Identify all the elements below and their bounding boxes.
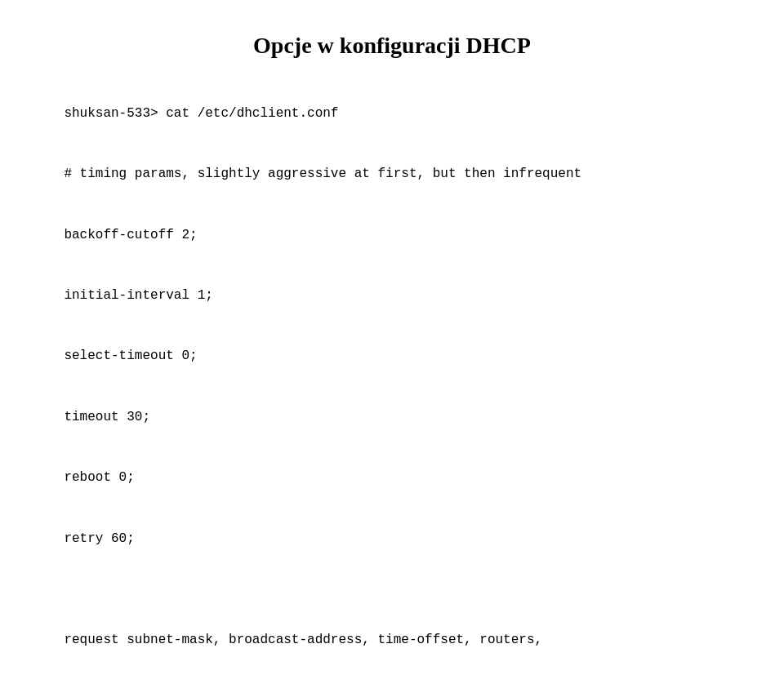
code-line-3: backoff-cutoff 2; xyxy=(64,228,197,242)
code-line-1: shuksan-533> cat /etc/dhclient.conf xyxy=(64,106,338,121)
code-line-7: reboot 0; xyxy=(64,470,134,485)
code-line-4: initial-interval 1; xyxy=(64,288,212,303)
code-line-6: timeout 30; xyxy=(64,410,150,424)
code-block: shuksan-533> cat /etc/dhclient.conf # ti… xyxy=(33,83,751,675)
code-line-5: select-timeout 0; xyxy=(64,349,197,363)
page-container: Opcje w konfiguracji DHCP shuksan-533> c… xyxy=(0,0,784,675)
code-line-9: request subnet-mask, broadcast-address, … xyxy=(64,633,542,647)
code-line-8: retry 60; xyxy=(64,531,134,546)
code-line-2: # timing params, slightly aggressive at … xyxy=(64,167,581,181)
page-title: Opcje w konfiguracji DHCP xyxy=(33,33,751,59)
